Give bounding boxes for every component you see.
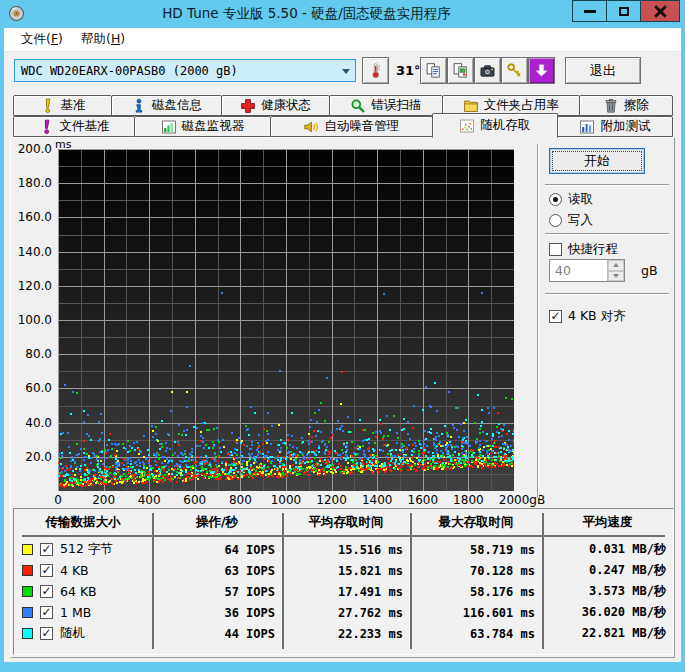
value-iops: 57 IOPS bbox=[152, 585, 282, 599]
tab-extra-tests[interactable]: 附加测试 bbox=[557, 116, 673, 137]
short-stroke-value: 40 bbox=[550, 260, 607, 281]
start-button[interactable]: 开始 bbox=[549, 148, 645, 174]
y-axis-tick-label: 80.0 bbox=[11, 347, 52, 361]
tab-file-benchmark[interactable]: 文件基准 bbox=[13, 116, 135, 137]
value-iops: 64 IOPS bbox=[152, 543, 282, 557]
short-stroke-checkbox[interactable]: 快捷行程 bbox=[549, 241, 618, 258]
col-header: 平均存取时间 bbox=[282, 514, 410, 531]
copy-image-icon bbox=[452, 62, 469, 79]
hdtune-window: HD Tune 专业版 5.50 - 硬盘/固态硬盘实用程序 文件(F) 帮助(… bbox=[0, 0, 685, 672]
value-max: 63.784 ms bbox=[410, 627, 542, 641]
tab-aam[interactable]: 自动噪音管理 bbox=[270, 116, 433, 137]
tab-benchmark[interactable]: 基准 bbox=[13, 95, 112, 116]
table-row: ✓4 KB63 IOPS15.821 ms70.128 ms0.247 MB/秒 bbox=[14, 560, 673, 581]
y-axis-tick-label: 100.0 bbox=[11, 313, 52, 327]
tab-bar: 基准磁盘信息健康状态错误扫描文件夹占用率擦除 文件基准磁盘监视器自动噪音管理随机… bbox=[4, 92, 681, 137]
series-checkbox[interactable]: ✓ bbox=[40, 543, 53, 556]
update-button[interactable] bbox=[528, 57, 555, 84]
minimize-button[interactable] bbox=[572, 0, 607, 22]
tab-label: 错误扫描 bbox=[371, 97, 421, 114]
value-speed: 3.573 MB/秒 bbox=[542, 583, 673, 600]
write-radio[interactable]: 写入 bbox=[549, 212, 593, 229]
copy-text-button[interactable] bbox=[420, 57, 447, 84]
menu-help[interactable]: 帮助(H) bbox=[72, 28, 134, 51]
temperature-button[interactable] bbox=[362, 57, 389, 84]
health-icon bbox=[240, 98, 256, 114]
extra-tests-icon bbox=[579, 119, 595, 135]
window-controls bbox=[573, 0, 680, 28]
tab-label: 自动噪音管理 bbox=[324, 118, 399, 135]
value-avg: 17.491 ms bbox=[282, 585, 410, 599]
y-axis-tick-label: 120.0 bbox=[11, 279, 52, 293]
titlebar: HD Tune 专业版 5.50 - 硬盘/固态硬盘实用程序 bbox=[0, 0, 685, 28]
tab-disk-monitor[interactable]: 磁盘监视器 bbox=[134, 116, 270, 137]
value-iops: 44 IOPS bbox=[152, 627, 282, 641]
tab-random-access[interactable]: 随机存取 bbox=[432, 113, 558, 138]
y-axis-tick-label: 60.0 bbox=[11, 381, 52, 395]
erase-icon bbox=[603, 98, 619, 114]
series-color-swatch bbox=[22, 628, 33, 639]
spin-up-icon bbox=[613, 263, 619, 267]
series-label: 随机 bbox=[60, 625, 85, 642]
short-stroke-input[interactable]: 40 bbox=[549, 259, 625, 282]
y-axis-tick-label: 180.0 bbox=[11, 176, 52, 190]
series-checkbox[interactable]: ✓ bbox=[40, 564, 53, 577]
radio-unselected-icon bbox=[549, 214, 562, 227]
series-color-swatch bbox=[22, 607, 33, 618]
x-axis-tick-label: 1800 bbox=[438, 493, 498, 507]
align-checkbox[interactable]: ✓ 4 KB 对齐 bbox=[549, 308, 626, 325]
value-iops: 63 IOPS bbox=[152, 564, 282, 578]
series-checkbox[interactable]: ✓ bbox=[40, 585, 53, 598]
series-checkbox[interactable]: ✓ bbox=[40, 627, 53, 640]
read-radio[interactable]: 读取 bbox=[549, 191, 593, 208]
random-access-icon bbox=[459, 118, 475, 134]
separator bbox=[545, 233, 669, 235]
tab-label: 磁盘信息 bbox=[152, 97, 202, 114]
benchmark-icon bbox=[40, 98, 56, 114]
exit-button[interactable]: 退出 bbox=[565, 57, 641, 84]
tab-erase[interactable]: 擦除 bbox=[579, 95, 673, 116]
menu-file[interactable]: 文件(F) bbox=[12, 28, 72, 51]
value-iops: 36 IOPS bbox=[152, 606, 282, 620]
spin-up-button[interactable] bbox=[608, 260, 624, 271]
series-label: 64 KB bbox=[60, 584, 97, 599]
drive-select-dropdown[interactable]: WDC WD20EARX-00PASB0 (2000 gB) bbox=[14, 59, 356, 82]
toolbar: WDC WD20EARX-00PASB0 (2000 gB) 31℃ 退出 bbox=[4, 52, 681, 92]
keys-icon bbox=[506, 62, 523, 79]
separator bbox=[545, 293, 669, 295]
spin-down-button[interactable] bbox=[608, 271, 624, 282]
tab-label: 文件夹占用率 bbox=[484, 97, 559, 114]
value-max: 58.719 ms bbox=[410, 543, 542, 557]
options-button[interactable] bbox=[501, 57, 528, 84]
copy-image-button[interactable] bbox=[447, 57, 474, 84]
close-button[interactable] bbox=[640, 0, 680, 22]
app-disk-icon bbox=[8, 5, 25, 22]
col-header: 最大存取时间 bbox=[410, 514, 542, 531]
maximize-button[interactable] bbox=[606, 0, 641, 22]
series-checkbox[interactable]: ✓ bbox=[40, 606, 53, 619]
maximize-icon bbox=[619, 7, 629, 16]
spin-down-icon bbox=[613, 274, 619, 278]
tab-disk-info[interactable]: 磁盘信息 bbox=[111, 95, 222, 116]
radio-selected-icon bbox=[549, 193, 562, 206]
menubar: 文件(F) 帮助(H) bbox=[4, 28, 681, 52]
random-access-panel: ms 20.040.060.080.0100.0120.0140.0160.01… bbox=[10, 137, 675, 658]
tab-label: 文件基准 bbox=[60, 118, 110, 135]
close-icon bbox=[654, 5, 667, 18]
value-max: 70.128 ms bbox=[410, 564, 542, 578]
y-axis-tick-label: 140.0 bbox=[11, 245, 52, 259]
tab-health[interactable]: 健康状态 bbox=[221, 95, 330, 116]
y-axis-tick-label: 160.0 bbox=[11, 210, 52, 224]
value-speed: 22.821 MB/秒 bbox=[542, 625, 673, 642]
spinner bbox=[607, 260, 624, 281]
series-color-swatch bbox=[22, 565, 33, 576]
tab-label: 附加测试 bbox=[600, 118, 650, 135]
y-axis-tick-label: 40.0 bbox=[11, 416, 52, 430]
screenshot-button[interactable] bbox=[474, 57, 501, 84]
value-speed: 0.031 MB/秒 bbox=[542, 541, 673, 558]
checkbox-unchecked-icon bbox=[549, 243, 562, 256]
error-scan-icon bbox=[350, 98, 366, 114]
col-header: 操作/秒 bbox=[152, 514, 282, 531]
value-speed: 0.247 MB/秒 bbox=[542, 562, 673, 579]
tab-error-scan[interactable]: 错误扫描 bbox=[329, 95, 443, 116]
